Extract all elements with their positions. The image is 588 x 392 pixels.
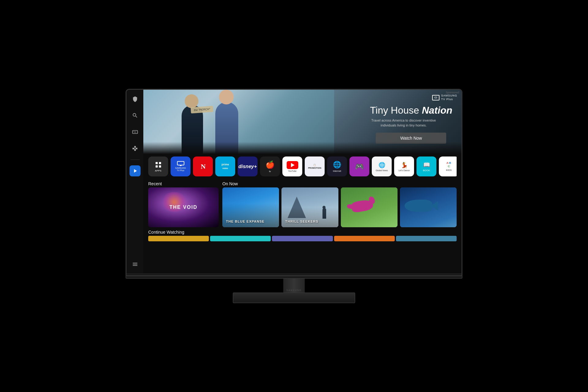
netflix-logo-text: N: [201, 163, 205, 171]
continue-thumb-5[interactable]: [396, 236, 457, 241]
app-disney-plus[interactable]: disney+: [238, 156, 258, 176]
monitor-brand-neck: SAMSUNG: [286, 289, 301, 291]
app-samsung-label: SAMSUNGTV Plus: [175, 167, 186, 172]
apps-section: APPS SAMSUNGTV Plus N: [143, 154, 462, 179]
sponsored-label: Sponsored: [446, 91, 459, 94]
main-content: the "PERCH" SAMSUNG TV Plus: [143, 90, 462, 273]
sidebar-item-search[interactable]: [130, 110, 141, 121]
continue-thumb-3[interactable]: [272, 236, 333, 241]
onnow-row: THE BLUE EXPANSE: [222, 187, 457, 227]
app-promotion[interactable]: 📋PROMOTION: [305, 156, 325, 176]
internet-label: Internet: [333, 170, 341, 172]
onnow-thumb-animal[interactable]: [341, 187, 398, 227]
app-prime-video[interactable]: primevideo: [215, 156, 235, 176]
app-internet[interactable]: 🌐 Internet: [327, 156, 347, 176]
app-youtube[interactable]: YouTube: [282, 156, 302, 176]
svg-rect-4: [159, 165, 161, 168]
hero-background: the "PERCH" SAMSUNG TV Plus: [143, 90, 462, 154]
lets-dance-icon: 💃: [401, 162, 408, 168]
onnow-thumb-thrill-seekers[interactable]: THRILL SEEKERS: [281, 187, 338, 227]
prime-label: primevideo: [221, 163, 229, 170]
continue-thumb-4[interactable]: [334, 236, 395, 241]
continue-thumb-2[interactable]: [210, 236, 271, 241]
recent-section: Recent THE VOID: [148, 181, 219, 227]
sidebar-item-keyboard[interactable]: [130, 126, 141, 138]
monitor-stand: SAMSUNG: [126, 276, 462, 303]
app-game[interactable]: 🎮: [349, 156, 369, 176]
sidebar: [126, 90, 143, 273]
sidebar-item-menu[interactable]: [130, 259, 141, 270]
global-news-label: Global News: [376, 169, 388, 172]
app-kids[interactable]: A BC KIDS: [439, 156, 457, 176]
onnow-thumb-blue-expanse[interactable]: THE BLUE EXPANSE: [222, 187, 279, 227]
onnow-thumb-ocean[interactable]: [400, 187, 457, 227]
svg-rect-2: [159, 162, 161, 164]
book-label: BOOK: [423, 169, 430, 172]
sidebar-item-play[interactable]: [130, 165, 141, 176]
global-news-icon: 🌐: [379, 162, 385, 168]
youtube-label: YouTube: [288, 170, 297, 172]
continue-thumb-1[interactable]: [148, 236, 209, 241]
book-icon: 📖: [423, 161, 430, 168]
screen: the "PERCH" SAMSUNG TV Plus: [126, 90, 462, 273]
continue-watching-row: [148, 236, 457, 241]
svg-rect-3: [156, 165, 158, 168]
hero-subtitle: Travel across America to discover invent…: [370, 118, 437, 128]
blue-expanse-title: THE BLUE EXPANSE: [226, 219, 265, 224]
sidebar-divider: [130, 160, 140, 160]
svg-rect-5: [177, 161, 184, 165]
monitor-bottom-bezel: [126, 273, 462, 275]
game-icon: 🎮: [355, 162, 364, 171]
content-area: Recent THE VOID On Now: [143, 179, 462, 273]
app-lets-dance[interactable]: 💃 Let's Dance: [394, 156, 414, 176]
apps-row: APPS SAMSUNGTV Plus N: [148, 156, 457, 176]
continue-watching-label: Continue Watching: [148, 230, 457, 235]
hero-banner: the "PERCH" SAMSUNG TV Plus: [143, 90, 462, 154]
monitor-frame-bottom: [126, 276, 462, 279]
promotion-label: 📋PROMOTION: [308, 164, 321, 170]
hero-title: Tiny House Nation: [370, 105, 452, 116]
monitor-frame: the "PERCH" SAMSUNG TV Plus: [126, 89, 462, 276]
monitor-neck: SAMSUNG: [283, 279, 305, 292]
lets-dance-label: Let's Dance: [398, 169, 410, 172]
thrill-seekers-title: THRILL SEEKERS: [285, 219, 318, 224]
svg-rect-1: [156, 162, 158, 164]
app-netflix[interactable]: N: [193, 156, 213, 176]
svg-rect-6: [180, 165, 182, 166]
kids-icon: A BC: [447, 161, 451, 168]
recent-thumbnail[interactable]: THE VOID: [148, 187, 219, 227]
recent-and-onnow: Recent THE VOID On Now: [148, 181, 457, 227]
apple-tv-label: tv: [269, 170, 271, 173]
app-global-news[interactable]: 🌐 Global News: [372, 156, 392, 176]
recent-label: Recent: [148, 181, 219, 186]
monitor-base: [233, 292, 355, 303]
sidebar-item-gamepad[interactable]: [130, 143, 141, 154]
sidebar-item-shield[interactable]: [130, 93, 141, 104]
app-apps-label: APPS: [155, 169, 161, 172]
onnow-label: On Now: [222, 181, 457, 186]
hero-text: Tiny House Nation Travel across America …: [370, 96, 452, 144]
disney-label: disney+: [238, 164, 257, 169]
onnow-section: On Now THE BLUE EXPANSE: [222, 181, 457, 227]
apple-icon: 🍎: [266, 160, 275, 169]
monitor-wrapper: the "PERCH" SAMSUNG TV Plus: [126, 89, 462, 303]
recent-title: THE VOID: [169, 205, 198, 210]
continue-watching-section: Continue Watching: [148, 230, 457, 241]
internet-icon: 🌐: [333, 161, 341, 169]
app-apps[interactable]: APPS: [148, 156, 168, 176]
youtube-icon: [287, 161, 298, 169]
app-book[interactable]: 📖 BOOK: [417, 156, 436, 176]
app-apple-tv[interactable]: 🍎 tv: [260, 156, 280, 176]
kids-label: KIDS: [446, 169, 452, 172]
app-samsung-tv-plus[interactable]: SAMSUNGTV Plus: [171, 156, 190, 176]
